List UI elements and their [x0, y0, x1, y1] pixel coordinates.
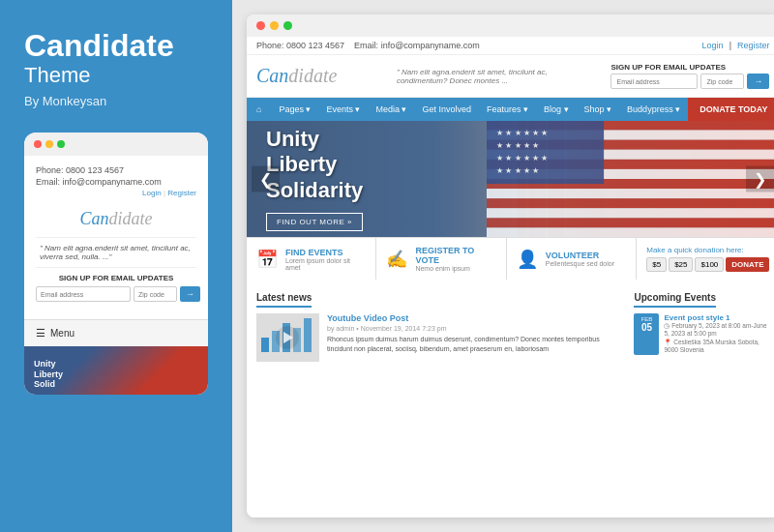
news-meta: by admin • November 19, 2014 7:23 pm	[327, 325, 624, 332]
nav-blog[interactable]: Blog ▾	[536, 98, 577, 121]
cta-events-desc: Lorem ipsum dolor sit amet	[285, 257, 366, 271]
right-panel: Phone: 0800 123 4567 Email: info@company…	[232, 0, 774, 532]
phone-quote: " Nam elit agna.enderit sit amet, tincil…	[36, 237, 196, 268]
nav-shop[interactable]: Shop ▾	[577, 98, 620, 121]
hero-line2: Liberty	[266, 152, 363, 177]
browser-dot-red[interactable]	[256, 21, 265, 30]
contact-info: Phone: 0800 123 4567 Email: info@company…	[256, 41, 480, 50]
login-link[interactable]: Login	[142, 189, 162, 197]
nav-media[interactable]: Media ▾	[368, 98, 414, 121]
nav-events[interactable]: Events ▾	[318, 98, 368, 121]
donate-100[interactable]: $100	[695, 257, 724, 272]
phone-submit-button[interactable]: →	[180, 286, 200, 302]
browser-titlebar	[247, 15, 774, 37]
cta-find-events[interactable]: 📅 FIND EVENTS Lorem ipsum dolor sit amet	[247, 238, 376, 280]
browser-window: Phone: 0800 123 4567 Email: info@company…	[247, 15, 774, 517]
svg-rect-11	[487, 218, 774, 227]
browser-dot-yellow[interactable]	[270, 21, 279, 30]
phone-email-input[interactable]	[36, 286, 131, 302]
dot-red	[34, 140, 42, 148]
latest-news-title: Latest news	[256, 292, 312, 308]
cta-register-vote[interactable]: ✍ REGISTER TO VOTE Nemo enim ipsum	[376, 238, 506, 280]
upcoming-events-panel: Upcoming Events FEB 05 Event post style …	[634, 287, 769, 510]
register-link[interactable]: Register	[167, 189, 196, 197]
phone-label: Phone:	[36, 165, 64, 175]
donate-label-quick: quick	[674, 246, 693, 254]
donate-button[interactable]: DONATE	[726, 257, 769, 272]
hero-arrow-right[interactable]: ❯	[746, 166, 774, 192]
logo-didate: didate	[109, 209, 153, 228]
site-tagline: " Nam elit agna.enderit sit amet, tincil…	[397, 68, 551, 85]
browser-dot-green[interactable]	[283, 21, 292, 30]
event-day: 05	[639, 322, 654, 333]
volunteer-icon: 👤	[517, 249, 538, 270]
nav-features[interactable]: Features ▾	[479, 98, 536, 121]
site-header-main: Candidate " Nam elit agna.enderit sit am…	[247, 55, 774, 98]
register-link-site[interactable]: Register	[737, 41, 770, 50]
login-link-site[interactable]: Login	[702, 41, 724, 50]
cta-volunteer[interactable]: 👤 VOLUNTEER Pellentesque sed dolor	[507, 238, 637, 280]
cta-donation-box: Make a quick donation here: $5 $25 $100 …	[637, 238, 774, 280]
nav-buddypress[interactable]: Buddypress ▾	[619, 98, 688, 121]
svg-text:★ ★ ★ ★ ★ ★: ★ ★ ★ ★ ★ ★	[496, 129, 548, 137]
svg-rect-8	[487, 189, 774, 198]
latest-news-panel: Latest news	[256, 287, 624, 510]
cta-volunteer-title: VOLUNTEER	[546, 251, 614, 260]
calendar-icon: 📅	[256, 249, 278, 270]
title-candidate: Candidate	[24, 29, 208, 63]
title-theme: Theme	[24, 63, 208, 88]
hero-cta-button[interactable]: FIND OUT MORE »	[266, 213, 363, 231]
nav-pages[interactable]: Pages ▾	[271, 98, 318, 121]
cta-volunteer-desc: Pellentesque sed dolor	[546, 260, 614, 267]
email-label-site: Email: info@companyname.com	[354, 41, 480, 50]
hero-arrow-left[interactable]: ❮	[252, 166, 280, 192]
site-logo-didate: didate	[288, 65, 337, 86]
phone-logo: Candidate	[36, 201, 196, 237]
svg-text:★ ★ ★ ★ ★ ★: ★ ★ ★ ★ ★ ★	[496, 154, 548, 163]
phone-label-text: Phone:	[256, 41, 284, 50]
menu-label: Menu	[50, 328, 74, 339]
cta-events-title: FIND EVENTS	[285, 248, 366, 257]
event-title[interactable]: Event post style 1	[664, 313, 769, 322]
news-item: Youtube Video Post by admin • November 1…	[256, 313, 624, 362]
svg-rect-10	[487, 208, 774, 218]
news-title[interactable]: Youtube Video Post	[327, 313, 624, 323]
vote-icon: ✍	[386, 249, 407, 270]
donate-label-make: Make a	[646, 246, 671, 254]
hero-section: ★ ★ ★ ★ ★ ★ ★ ★ ★ ★ ★ ★ ★ ★ ★ ★ ★ ★ ★ ★ …	[247, 121, 774, 237]
site-submit-button[interactable]: →	[747, 74, 769, 89]
site-nav: ⌂ Pages ▾ Events ▾ Media ▾ Get Involved …	[247, 98, 774, 121]
phone-email-line: Email: info@companyname.com	[36, 177, 196, 187]
email-label: Email:	[36, 177, 60, 187]
phone-zip-input[interactable]	[134, 286, 177, 302]
site-signup-row: →	[610, 74, 769, 89]
site-email-input[interactable]	[610, 74, 698, 89]
phone-titlebar	[24, 133, 208, 156]
left-panel: Candidate Theme By Monkeysan Phone: 0800…	[0, 0, 232, 532]
hero-line3: Solidarity	[266, 178, 363, 203]
phone-number: 0800 123 4567	[66, 165, 124, 175]
nav-donate-button[interactable]: DONATE TODAY	[688, 98, 774, 121]
phone-menu-bar[interactable]: ☰ Menu	[24, 319, 208, 346]
email-label-text: Email:	[354, 41, 378, 50]
site-zip-input[interactable]	[700, 74, 744, 89]
donate-5[interactable]: $5	[646, 257, 667, 272]
dot-yellow	[45, 140, 53, 148]
cta-vote-title: REGISTER TO VOTE	[415, 246, 495, 265]
phone-email-row: →	[36, 286, 196, 302]
phone-signup-label: SIGN UP FOR EMAIL UPDATES	[36, 274, 196, 282]
nav-get-involved[interactable]: Get Involved	[415, 98, 480, 121]
donate-25[interactable]: $25	[669, 257, 693, 272]
login-reg-area: Login | Register	[702, 41, 770, 50]
site-header-top: Phone: 0800 123 4567 Email: info@company…	[247, 37, 774, 55]
svg-rect-19	[261, 338, 269, 352]
flag-text: UnityLibertySolid	[34, 359, 63, 390]
bottom-section: Latest news	[247, 280, 774, 517]
nav-home-icon[interactable]: ⌂	[247, 98, 271, 121]
hero-title: Unity Liberty Solidarity	[266, 127, 363, 203]
email-value: info@companyname.com	[381, 41, 480, 50]
upcoming-events-title: Upcoming Events	[634, 292, 715, 308]
event-info: ◷ February 5, 2023 at 8:00 am-June 5, 20…	[664, 322, 769, 355]
theme-title: Candidate Theme By Monkeysan	[24, 29, 208, 108]
news-content: Youtube Video Post by admin • November 1…	[327, 313, 624, 362]
